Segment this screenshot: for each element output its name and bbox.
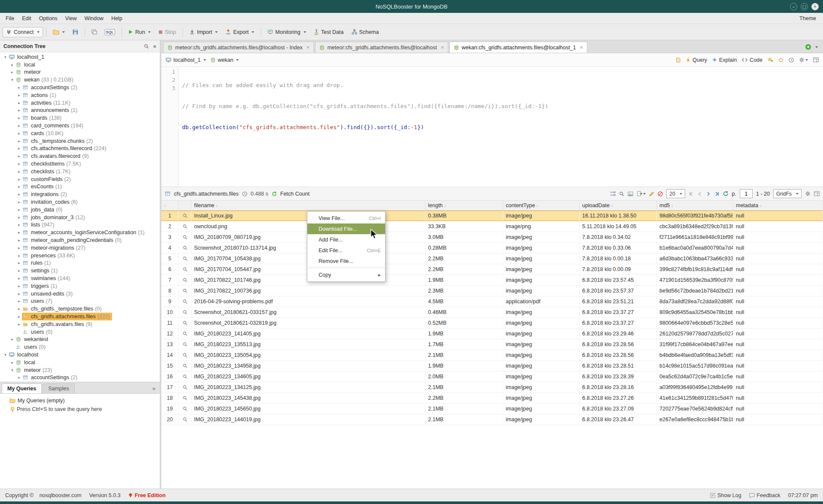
cell-length[interactable]: 1.9MB: [425, 275, 503, 285]
cell-filename[interactable]: IMG_20180223_144019.jpg: [191, 414, 425, 425]
tree-item-row[interactable]: cfs_gridfs._tempstore.files (0): [22, 305, 103, 313]
tree-item[interactable]: cfs_gridfs.avatars.files (9): [0, 320, 160, 328]
cell-uploadDate[interactable]: 6.8.2018 klo 23.37.27: [580, 318, 657, 328]
preview-icon[interactable]: [179, 211, 191, 221]
tree-item-row[interactable]: meteor_oauth_pendingCredentials (0): [22, 236, 124, 244]
cell-length[interactable]: 4.5MB: [425, 296, 503, 307]
cell-md5[interactable]: a03f99f836480495e12fdb4e991: [657, 382, 733, 392]
tree-expand-icon[interactable]: [3, 397, 7, 404]
preview-icon[interactable]: [179, 221, 191, 232]
preview-icon[interactable]: [179, 254, 191, 264]
export-results-icon[interactable]: [637, 191, 646, 196]
tree-item-row[interactable]: cards (10.8K): [22, 130, 66, 137]
cell-metadata[interactable]: null: [733, 232, 823, 242]
tree-item[interactable]: cfs.avatars.filerecord (9): [0, 152, 160, 160]
tree-expand-icon[interactable]: [16, 269, 22, 273]
tree-item-row[interactable]: checklistItems (7.5K): [22, 160, 83, 168]
cell-md5[interactable]: 8da73a8df28ea7c2dda92d88f0c: [657, 296, 733, 307]
tree-item[interactable]: lists (947): [0, 221, 160, 229]
tree-item-row[interactable]: checklists (1.7K): [22, 168, 73, 175]
edition-badge[interactable]: Free Edition: [128, 492, 166, 498]
cell-filename[interactable]: Screenshot_20180621-033157.jpg: [191, 307, 425, 317]
preview-icon[interactable]: [179, 307, 191, 317]
cell-length[interactable]: 0.46MB: [425, 307, 503, 317]
cell-contentType[interactable]: image/png: [503, 221, 580, 232]
site-link[interactable]: nosqlbooster.com: [39, 492, 82, 498]
cell-uploadDate[interactable]: 7.8.2018 klo 0.00.18: [580, 254, 657, 264]
tree-item-row[interactable]: rules (1): [22, 260, 53, 267]
search-icon[interactable]: [144, 44, 149, 49]
context-menu-item[interactable]: Copy: [307, 269, 385, 280]
schema-button[interactable]: Schema: [348, 27, 383, 37]
cell-metadata[interactable]: null: [733, 382, 823, 392]
table-row[interactable]: 17 IMG_20180223_134125.jpg 2.1MB image/j…: [161, 382, 823, 393]
tree-item[interactable]: rules (1): [0, 260, 160, 267]
table-row[interactable]: 8 IMG_20170822_100736.jpg 2.3MB image/jp…: [161, 286, 823, 296]
tree-item-row[interactable]: users (0): [15, 343, 48, 351]
tree-item-row[interactable]: localhost_1: [8, 53, 48, 61]
cell-metadata[interactable]: null: [733, 339, 823, 350]
tree-expand-icon[interactable]: [16, 131, 22, 136]
refresh-icon[interactable]: [723, 191, 729, 196]
cell-contentType[interactable]: image/jpeg: [503, 318, 580, 328]
preview-icon[interactable]: [179, 232, 191, 242]
cell-uploadDate[interactable]: 6.8.2018 klo 23.28.56: [580, 350, 657, 360]
cell-uploadDate[interactable]: 6.8.2018 klo 23.51.21: [580, 296, 657, 307]
layout-icon[interactable]: [813, 57, 819, 63]
tree-item-row[interactable]: accountSettings (2): [22, 84, 79, 91]
cell-md5[interactable]: be9d56c72bdeae1b784d2bd215: [657, 286, 733, 296]
cell-length[interactable]: 2.0MB: [425, 371, 503, 382]
prev-page-icon[interactable]: [697, 191, 702, 196]
tree-expand-icon[interactable]: [9, 70, 15, 74]
tree-expand-icon[interactable]: [16, 85, 22, 90]
cell-md5[interactable]: e267e0a6ef8ec8ccc948475b1ba: [657, 414, 733, 425]
tree-expand-icon[interactable]: [9, 63, 15, 67]
tree-expand-icon[interactable]: [3, 353, 8, 357]
cell-length[interactable]: 0.52MB: [425, 318, 503, 328]
tree-expand-icon[interactable]: [16, 101, 22, 105]
view-mode-select[interactable]: GridFs: [773, 189, 802, 198]
tree-item[interactable]: local: [0, 61, 160, 69]
cell-uploadDate[interactable]: 6.8.2018 klo 23.27.09: [580, 404, 657, 414]
cell-uploadDate[interactable]: 7.8.2018 klo 0.33.06: [580, 243, 657, 253]
tree-expand-icon[interactable]: [16, 375, 22, 380]
table-row[interactable]: 14 IMG_20180223_135054.jpg 2.1MB image/j…: [161, 350, 823, 361]
tab-close-icon[interactable]: [441, 44, 444, 51]
table-row[interactable]: 19 IMG_20180223_145650.jpg 2.1MB image/j…: [161, 404, 823, 414]
cell-length[interactable]: 2.2MB: [425, 393, 503, 403]
tree-item-row[interactable]: unsaved-edits (3): [22, 290, 75, 298]
cell-metadata[interactable]: null: [733, 264, 823, 275]
table-row[interactable]: 2 owncloud.png 33.3KB image/png 5.11.201…: [161, 221, 823, 232]
table-row[interactable]: 12 IMG_20180223_141405.jpg 1.9MB image/j…: [161, 329, 823, 339]
tab-my-queries[interactable]: My Queries: [2, 383, 42, 393]
cell-length[interactable]: 1.7MB: [425, 339, 503, 350]
settings-icon[interactable]: [805, 191, 811, 196]
tree-item-row[interactable]: triggers (1): [22, 282, 59, 290]
cell-metadata[interactable]: null: [733, 404, 823, 414]
tree-item-row[interactable]: meteor-migrations (27): [22, 244, 88, 252]
table-row[interactable]: 20 IMG_20180223_144019.jpg 2.1MB image/j…: [161, 414, 823, 425]
cell-md5[interactable]: 98d80c565f03f921fe4b730af58f: [657, 211, 733, 221]
cell-uploadDate[interactable]: 6.8.2018 klo 23.28.51: [580, 361, 657, 371]
cell-metadata[interactable]: null: [733, 221, 823, 232]
tree-expand-icon[interactable]: [16, 139, 22, 143]
tree-item[interactable]: integrations (2): [0, 190, 160, 198]
tree-expand-icon[interactable]: [16, 177, 22, 181]
table-row[interactable]: 10 Screenshot_20180621-033157.jpg 0.46MB…: [161, 307, 823, 318]
cell-md5[interactable]: b1e6bac0a0d7eea800790a7d47: [657, 243, 733, 253]
settings-icon[interactable]: [799, 57, 808, 63]
cell-md5[interactable]: a6d3babc1063bba473a66c9331: [657, 254, 733, 264]
tree-expand-icon[interactable]: [16, 184, 22, 189]
tree-item[interactable]: cfs_gridfs.attachments.files (222): [0, 313, 160, 320]
table-row[interactable]: 9 2016-04-29-solving-problems.pdf 4.5MB …: [161, 296, 823, 307]
cell-contentType[interactable]: image/jpeg: [503, 286, 580, 296]
preview-icon[interactable]: [179, 264, 191, 275]
tree-expand-icon[interactable]: [16, 322, 22, 326]
tree-expand-icon[interactable]: [16, 261, 22, 265]
tree-item-row[interactable]: esCounts (1): [22, 183, 64, 191]
tree-expand-icon[interactable]: [16, 200, 22, 204]
preview-icon[interactable]: [179, 275, 191, 285]
tree-item[interactable]: settings (1): [0, 267, 160, 275]
tree-item[interactable]: cards (10.8K): [0, 130, 160, 137]
cell-filename[interactable]: 2016-04-29-solving-problems.pdf: [191, 296, 425, 307]
